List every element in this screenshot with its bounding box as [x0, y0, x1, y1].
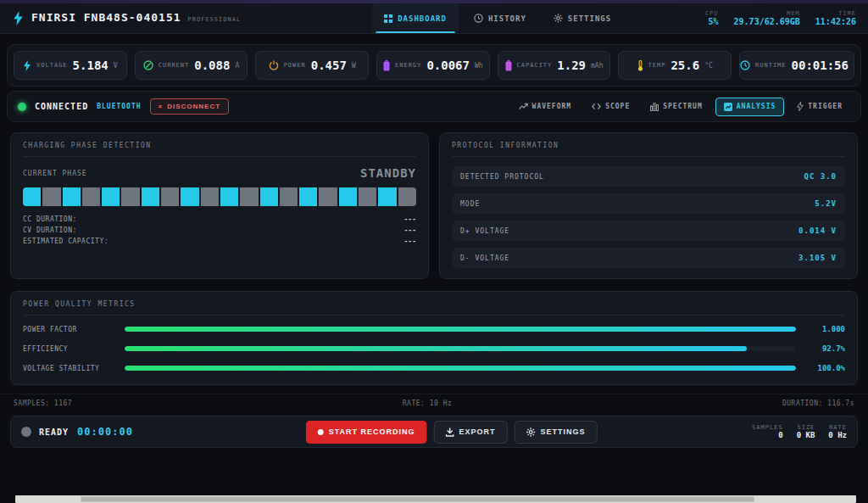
view-tabs: WAVEFORM SCOPE SPECTRUM ANALYSIS TRIGGER	[511, 98, 850, 116]
phase-segment	[161, 187, 179, 206]
tab-settings[interactable]: SETTINGS	[542, 3, 623, 33]
tab-spectrum[interactable]: SPECTRUM	[643, 98, 710, 115]
row-value: 0.014 V	[798, 226, 837, 235]
tab-dashboard[interactable]: DASHBOARD	[372, 3, 459, 33]
recorder-samples-stat: SAMPLES 0	[752, 424, 783, 439]
recorder-buttons: START RECORDING EXPORT SETTINGS	[306, 421, 598, 444]
metric-label: TEMP	[648, 62, 666, 69]
record-icon	[318, 429, 324, 435]
panel-title: POWER QUALITY METRICS	[23, 300, 845, 316]
horizontal-scrollbar[interactable]	[15, 495, 856, 503]
phase-segment	[63, 187, 81, 206]
power-icon	[269, 60, 279, 70]
view-tab-label: ANALYSIS	[737, 103, 776, 110]
disconnect-button[interactable]: × DISCONNECT	[150, 98, 230, 115]
stat-value: 0 Hz	[828, 431, 847, 439]
tab-history[interactable]: HISTORY	[462, 3, 538, 33]
brand: FNIRSI FNB48S-040151 PROFESSIONAL	[12, 11, 241, 25]
row-value: 3.105 V	[798, 254, 837, 262]
phase-segment	[42, 187, 60, 206]
tab-waveform[interactable]: WAVEFORM	[511, 98, 580, 115]
metrics-panel: VOLTAGE 5.184 V CURRENT 0.088 A POWER 0.…	[7, 44, 861, 87]
row-label: POWER FACTOR	[23, 326, 125, 333]
mem-value: 29.73/62.69GB	[734, 17, 800, 26]
tab-analysis[interactable]: ANALYSIS	[715, 98, 785, 116]
analysis-panels: CHARGING PHASE DETECTION CURRENT PHASE S…	[10, 132, 858, 279]
tab-label: SETTINGS	[568, 14, 611, 23]
metric-unit: V	[114, 62, 118, 70]
meter-fill	[125, 346, 747, 351]
scrollbar-thumb[interactable]	[81, 496, 754, 502]
metric-label: RUNTIME	[755, 62, 787, 69]
row-label: ESTIMATED CAPACITY:	[23, 236, 108, 247]
thermometer-icon	[637, 60, 643, 71]
recorder-stats: SAMPLES 0 SIZE 0 KB RATE 0 Hz	[752, 424, 847, 439]
row-value: 92.7%	[796, 344, 845, 353]
settings-label: SETTINGS	[541, 428, 586, 436]
metric-label: CAPACITY	[517, 62, 553, 69]
row-label: EFFICIENCY	[23, 345, 125, 353]
disconnect-label: DISCONNECT	[167, 103, 220, 110]
phase-segment	[260, 187, 278, 206]
metric-value: 1.29	[557, 59, 586, 72]
phase-segment	[201, 187, 219, 206]
system-stats: CPU 5% MEM 29.73/62.69GB TIME 11:42:26	[705, 10, 856, 26]
phase-segment	[280, 187, 298, 206]
protocol-row: D- VOLTAGE 3.105 V	[452, 248, 845, 268]
metric-label: POWER	[284, 62, 306, 69]
clock-icon	[740, 60, 750, 70]
panel-title: CHARGING PHASE DETECTION	[23, 142, 416, 157]
phase-segment	[181, 187, 198, 206]
row-value: ---	[404, 214, 416, 225]
status-strip: SAMPLES: 1167 RATE: 10 Hz DURATION: 116.…	[0, 394, 868, 407]
metric-capacity: CAPACITY 1.29 mAh	[498, 51, 611, 80]
tab-scope[interactable]: SCOPE	[584, 98, 637, 115]
tab-label: DASHBOARD	[398, 14, 447, 23]
duration-text: DURATION: 116.7s	[782, 400, 854, 407]
start-recording-button[interactable]: START RECORDING	[306, 421, 427, 444]
time-label: TIME	[815, 10, 856, 17]
row-label: D- VOLTAGE	[460, 254, 509, 262]
cv-duration-row: CV DURATION: ---	[23, 225, 416, 236]
row-value: QC 3.0	[804, 172, 837, 181]
metric-temp: TEMP 25.6 °C	[618, 51, 732, 80]
power-factor-row: POWER FACTOR 1.000	[23, 325, 845, 333]
protocol-panel: PROTOCOL INFORMATION DETECTED PROTOCOL Q…	[439, 132, 858, 279]
cpu-stat: CPU 5%	[705, 10, 719, 26]
recorder-settings-button[interactable]: SETTINGS	[515, 421, 598, 444]
export-label: EXPORT	[459, 428, 496, 436]
battery-icon	[505, 60, 512, 71]
tab-label: HISTORY	[488, 14, 526, 23]
tab-trigger[interactable]: TRIGGER	[789, 98, 850, 115]
bolt-icon	[23, 60, 31, 71]
header: FNIRSI FNB48S-040151 PROFESSIONAL DASHBO…	[0, 3, 868, 34]
current-phase-label: CURRENT PHASE	[23, 170, 87, 177]
trend-up-icon	[519, 103, 528, 110]
app-logo-bolt-icon	[12, 11, 25, 25]
phase-segment	[398, 187, 416, 206]
phase-segment	[23, 187, 41, 206]
mem-stat: MEM 29.73/62.69GB	[734, 10, 800, 26]
export-button[interactable]: EXPORT	[434, 421, 508, 444]
phase-segment	[121, 187, 139, 206]
power-quality-panel: POWER QUALITY METRICS POWER FACTOR 1.000…	[10, 291, 858, 385]
metric-unit: Wh	[475, 62, 483, 70]
close-icon: ×	[159, 103, 164, 110]
phase-segment	[339, 187, 357, 206]
metric-runtime: RUNTIME 00:01:56	[739, 51, 854, 80]
app-title: FNIRSI FNB48S-040151	[31, 11, 181, 24]
duration-rows: CC DURATION: --- CV DURATION: --- ESTIMA…	[23, 214, 416, 247]
phase-segment	[240, 187, 258, 206]
row-value: 5.2V	[815, 199, 837, 208]
row-label: D+ VOLTAGE	[460, 227, 509, 235]
recorder-bar: READY 00:00:00 START RECORDING EXPORT SE…	[10, 416, 858, 448]
connection-status: CONNECTED	[35, 102, 88, 111]
metric-value: 0.0067	[426, 59, 470, 72]
voltage-stability-row: VOLTAGE STABILITY 100.0%	[23, 364, 845, 372]
stat-label: SAMPLES	[752, 424, 783, 431]
phase-segment	[82, 187, 100, 206]
row-value: ---	[404, 225, 416, 236]
samples-text: SAMPLES: 1167	[14, 400, 72, 407]
metric-energy: ENERGY 0.0067 Wh	[376, 51, 490, 80]
cc-duration-row: CC DURATION: ---	[23, 214, 416, 225]
